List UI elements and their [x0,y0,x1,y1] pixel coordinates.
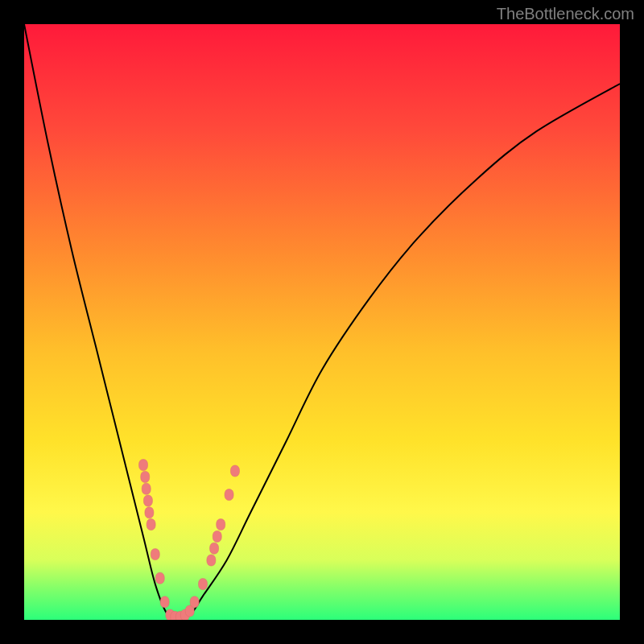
bottleneck-curve [24,24,620,620]
bead [225,489,233,501]
bead [190,597,199,608]
bead-cluster [139,460,240,620]
bead [155,572,164,584]
chart-frame [24,24,620,620]
watermark-text: TheBottleneck.com [497,5,634,23]
bead [143,495,152,506]
bottleneck-plot [24,24,620,620]
bead [142,483,151,494]
bead [145,507,154,518]
bead [199,579,208,590]
bead [151,549,159,560]
bead [139,460,148,471]
bead [217,519,225,530]
bead [160,597,169,608]
bead [230,465,239,477]
bead [213,530,221,542]
bead [207,555,216,566]
bead [147,519,155,530]
bead [141,471,150,482]
bead [210,543,219,554]
